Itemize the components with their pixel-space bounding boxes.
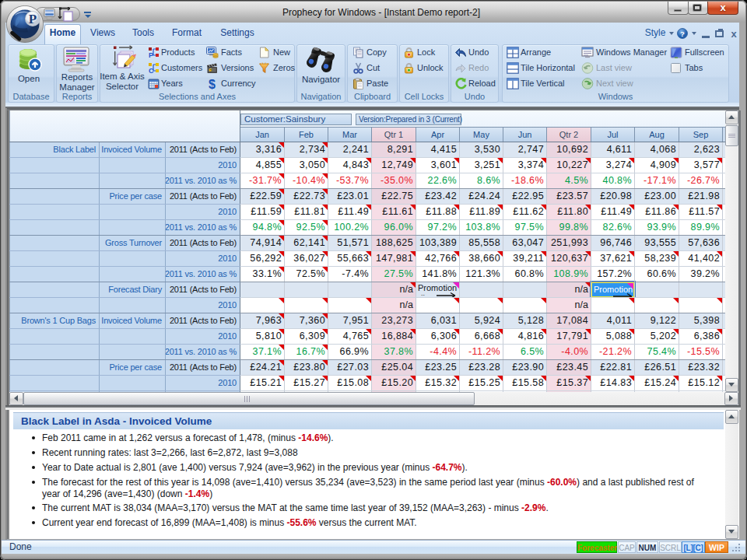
svg-text:?: ? <box>680 30 685 38</box>
svg-text:?: ? <box>209 68 212 73</box>
svg-text:P: P <box>29 12 37 26</box>
svg-text:P: P <box>149 51 153 58</box>
svg-text:$: $ <box>209 78 216 89</box>
